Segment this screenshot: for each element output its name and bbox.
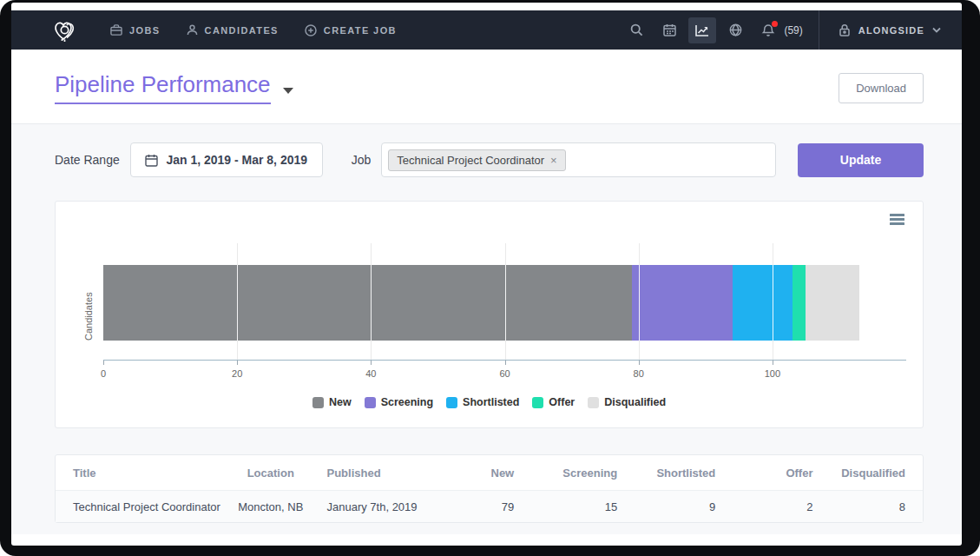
table-header-row: Title Location Published New Screening S… [56, 455, 923, 490]
gridline-over-bar [371, 265, 372, 341]
legend-swatch-icon [588, 397, 599, 408]
cell-new: 79 [460, 500, 514, 513]
page-title[interactable]: Pipeline Performance [55, 71, 271, 104]
legend-item-new[interactable]: New [312, 396, 352, 408]
x-axis-tick [237, 361, 238, 365]
col-header-location: Location [214, 467, 326, 480]
legend-item-screening[interactable]: Screening [365, 396, 433, 408]
plot-area: 020406080100 [103, 243, 906, 360]
bar-segment-disqualified[interactable] [806, 265, 859, 341]
bar-segment-shortlisted[interactable] [733, 265, 793, 341]
chart-line-icon[interactable] [688, 17, 716, 43]
calendar-icon [145, 154, 158, 167]
chart-legend: New Screening Shortlisted Offer Disquali… [56, 396, 923, 408]
cell-published: January 7th, 2019 [326, 500, 459, 513]
cell-title: Technical Project Coordinator [73, 500, 214, 513]
download-button[interactable]: Download [839, 73, 924, 103]
legend-swatch-icon [532, 397, 543, 408]
x-axis-tick-label: 60 [499, 368, 510, 379]
nav-label-candidates: CANDIDATES [205, 25, 279, 36]
col-header-screening: Screening [514, 467, 617, 480]
briefcase-icon [110, 24, 122, 36]
job-chip-label: Technical Project Coordinator [397, 154, 544, 167]
cell-offer: 2 [715, 500, 812, 513]
date-range-label: Date Range [55, 153, 120, 167]
legend-label: Disqualified [604, 396, 666, 408]
job-label: Job [352, 153, 372, 167]
job-chip: Technical Project Coordinator × [388, 149, 565, 171]
date-range-input[interactable]: Jan 1, 2019 - Mar 8, 2019 [130, 142, 323, 177]
gridline-over-bar [237, 265, 238, 341]
navbar-divider [819, 10, 819, 50]
screenshot-frame: JOBS CANDIDATES CREATE JOB [0, 0, 980, 556]
nav-item-create-job[interactable]: CREATE JOB [305, 24, 397, 36]
notification-dot [772, 21, 778, 27]
x-axis-tick [639, 361, 640, 365]
bell-icon[interactable] [754, 17, 782, 43]
legend-label: Shortlisted [463, 396, 519, 408]
legend-swatch-icon [365, 397, 376, 408]
col-header-offer: Offer [715, 467, 812, 480]
legend-swatch-icon [312, 397, 324, 408]
bar-segment-new[interactable] [103, 265, 632, 341]
chevron-down-icon [932, 27, 941, 33]
x-axis-tick [505, 361, 506, 365]
nav-item-candidates[interactable]: CANDIDATES [187, 24, 279, 36]
col-header-new: New [460, 467, 514, 480]
legend-label: Screening [381, 396, 433, 408]
legend-item-shortlisted[interactable]: Shortlisted [446, 396, 519, 408]
title-dropdown-caret-icon[interactable] [283, 88, 293, 94]
job-select-input[interactable]: Technical Project Coordinator × [381, 142, 776, 177]
col-header-published: Published [326, 467, 459, 480]
page-header: Pipeline Performance Download [11, 50, 962, 104]
y-axis-label: Candidates [83, 265, 94, 341]
chart-menu-icon[interactable] [890, 214, 904, 227]
user-icon [187, 24, 198, 36]
legend-swatch-icon [446, 397, 457, 408]
x-axis-tick-label: 0 [101, 368, 106, 379]
col-header-title: Title [73, 467, 214, 480]
cell-shortlisted: 9 [617, 500, 715, 513]
plus-circle-icon [305, 24, 317, 36]
cell-location: Moncton, NB [214, 500, 326, 513]
x-axis-tick-label: 40 [365, 368, 376, 379]
calendar-icon[interactable] [655, 17, 683, 43]
lock-icon [839, 23, 851, 36]
bar-segment-offer[interactable] [793, 265, 806, 341]
filter-bar: Date Range Jan 1, 2019 - Mar 8, 2019 Job… [55, 142, 924, 177]
cell-screening: 15 [514, 500, 617, 513]
chip-remove-icon[interactable]: × [550, 155, 557, 166]
legend-item-offer[interactable]: Offer [532, 396, 575, 408]
col-header-shortlisted: Shortlisted [617, 467, 715, 480]
globe-icon[interactable] [721, 17, 749, 43]
cell-disqualified: 8 [812, 500, 904, 513]
x-axis-tick-label: 100 [765, 368, 780, 379]
x-axis-tick-label: 80 [634, 368, 644, 379]
account-label: ALONGSIDE [858, 25, 924, 36]
bar-segment-screening[interactable] [632, 265, 733, 341]
chart-card: Candidates 020406080100 New Screening Sh… [55, 201, 924, 428]
notification-count[interactable]: (59) [784, 24, 802, 36]
account-menu[interactable]: ALONGSIDE [823, 23, 950, 36]
x-axis-tick-label: 20 [232, 368, 242, 379]
search-icon[interactable] [622, 17, 650, 43]
legend-item-disqualified[interactable]: Disqualified [588, 396, 666, 408]
gridline-over-bar [773, 265, 773, 341]
table-row[interactable]: Technical Project Coordinator Moncton, N… [56, 490, 923, 522]
update-button[interactable]: Update [798, 143, 924, 177]
alongside-logo-icon[interactable] [51, 17, 79, 43]
col-header-disqualified: Disqualified [812, 467, 904, 480]
nav-label-jobs: JOBS [129, 25, 161, 36]
date-range-value: Jan 1, 2019 - Mar 8, 2019 [166, 153, 307, 167]
navbar-right: (59) ALONGSIDE [617, 10, 950, 50]
x-axis-tick [371, 361, 372, 365]
legend-label: Offer [549, 396, 575, 408]
gridline-over-bar [639, 265, 640, 341]
nav-label-create-job: CREATE JOB [324, 25, 397, 36]
main-menu: JOBS CANDIDATES CREATE JOB [110, 24, 397, 36]
legend-label: New [329, 396, 352, 408]
top-navbar: JOBS CANDIDATES CREATE JOB [11, 10, 962, 50]
nav-item-jobs[interactable]: JOBS [110, 24, 161, 36]
results-table: Title Location Published New Screening S… [55, 454, 924, 523]
x-axis-tick [103, 361, 104, 365]
